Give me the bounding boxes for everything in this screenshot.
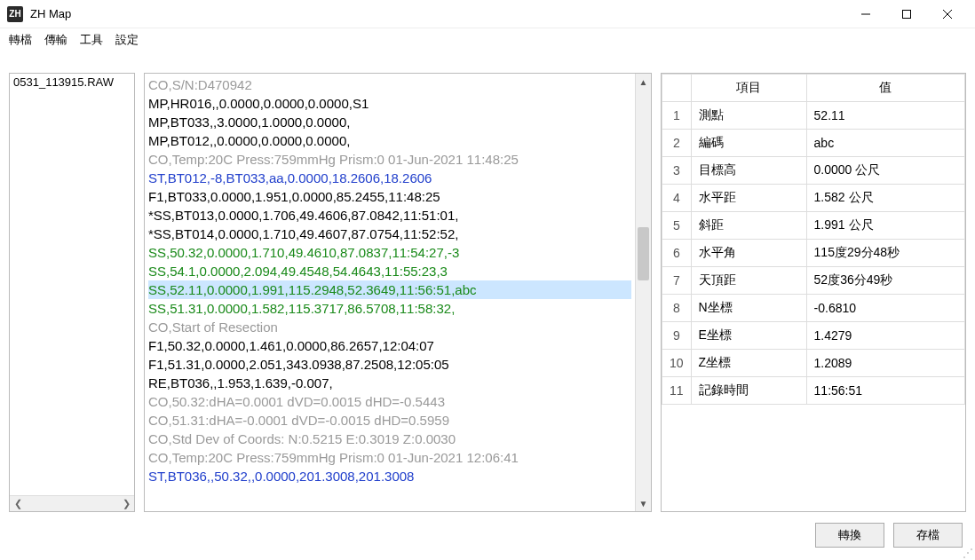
log-panel: CO,S/N:D470942MP,HR016,,0.0000,0.0000,0.…	[144, 73, 652, 512]
row-index: 6	[662, 240, 692, 267]
svg-rect-1	[903, 10, 911, 18]
resize-grip[interactable]: ⋰	[963, 548, 973, 558]
row-index: 7	[662, 267, 692, 295]
row-index: 2	[662, 130, 692, 157]
table-row[interactable]: 1測點52.11	[662, 102, 965, 130]
row-key: 水平角	[691, 240, 806, 267]
log-list[interactable]: CO,S/N:D470942MP,HR016,,0.0000,0.0000,0.…	[145, 74, 635, 511]
close-button[interactable]	[927, 0, 968, 28]
row-key: 水平距	[691, 185, 806, 212]
log-line[interactable]: SS,50.32,0.0000,1.710,49.4610,87.0837,11…	[148, 243, 631, 262]
row-index: 8	[662, 295, 692, 322]
menubar: 轉檔 傳輸 工具 設定	[0, 28, 975, 51]
table-row[interactable]: 7天頂距52度36分49秒	[662, 267, 965, 295]
window-title: ZH Map	[30, 7, 71, 20]
table-row[interactable]: 9E坐標1.4279	[662, 322, 965, 350]
log-line[interactable]: MP,BT012,,0.0000,0.0000,0.0000,	[148, 131, 631, 150]
convert-button[interactable]: 轉換	[815, 523, 884, 548]
minimize-button[interactable]	[845, 0, 886, 28]
details-header-value: 值	[806, 75, 964, 102]
log-line[interactable]: CO,S/N:D470942	[148, 75, 631, 94]
log-line[interactable]: MP,HR016,,0.0000,0.0000,0.0000,S1	[148, 94, 631, 113]
row-index: 5	[662, 212, 692, 240]
row-value: 1.991 公尺	[806, 212, 964, 240]
log-line[interactable]: CO,50.32:dHA=0.0001 dVD=0.0015 dHD=-0.54…	[148, 392, 631, 411]
row-value: 1.4279	[806, 322, 964, 350]
table-row[interactable]: 4水平距1.582 公尺	[662, 185, 965, 212]
titlebar: ZH ZH Map	[0, 0, 975, 28]
log-line[interactable]: ST,BT012,-8,BT033,aa,0.0000,18.2606,18.2…	[148, 169, 631, 187]
table-row[interactable]: 2編碼abc	[662, 130, 965, 157]
close-icon	[943, 10, 952, 19]
row-index: 10	[662, 350, 692, 377]
log-line[interactable]: F1,51.31,0.0000,2.051,343.0938,87.2508,1…	[148, 355, 631, 374]
details-panel: 項目 值 1測點52.112編碼abc3目標高0.0000 公尺4水平距1.58…	[661, 73, 966, 512]
file-list-hscrollbar[interactable]: ❮ ❯	[10, 495, 134, 511]
log-line[interactable]: CO,Std Dev of Coords: N:0.5215 E:0.3019 …	[148, 430, 631, 448]
row-key: N坐標	[691, 295, 806, 322]
table-row[interactable]: 5斜距1.991 公尺	[662, 212, 965, 240]
row-index: 1	[662, 102, 692, 130]
scroll-down-icon[interactable]: ▼	[636, 495, 651, 511]
row-key: 測點	[691, 102, 806, 130]
log-line[interactable]: SS,51.31,0.0000,1.582,115.3717,86.5708,1…	[148, 299, 631, 318]
menu-tools[interactable]: 工具	[80, 32, 103, 48]
log-line[interactable]: CO,Temp:20C Press:759mmHg Prism:0 01-Jun…	[148, 448, 631, 467]
row-key: 記錄時間	[691, 377, 806, 405]
table-row[interactable]: 3目標高0.0000 公尺	[662, 157, 965, 185]
row-index: 9	[662, 322, 692, 350]
row-value: 52度36分49秒	[806, 267, 964, 295]
row-value: 115度29分48秒	[806, 240, 964, 267]
log-line[interactable]: *SS,BT013,0.0000,1.706,49.4606,87.0842,1…	[148, 206, 631, 225]
row-key: 天頂距	[691, 267, 806, 295]
row-index: 4	[662, 185, 692, 212]
file-list-panel: 0531_113915.RAW ❮ ❯	[9, 73, 135, 512]
menu-settings[interactable]: 設定	[115, 32, 139, 48]
log-line[interactable]: CO,51.31:dHA=-0.0001 dVD=-0.0015 dHD=0.5…	[148, 411, 631, 430]
maximize-icon	[902, 10, 911, 19]
maximize-button[interactable]	[886, 0, 927, 28]
table-row[interactable]: 6水平角115度29分48秒	[662, 240, 965, 267]
log-vscrollbar[interactable]: ▲ ▼	[635, 74, 651, 511]
app-icon: ZH	[7, 6, 23, 22]
scrollbar-thumb[interactable]	[638, 227, 649, 280]
window-controls	[845, 0, 968, 28]
log-line[interactable]: SS,54.1,0.0000,2.094,49.4548,54.4643,11:…	[148, 262, 631, 280]
table-row[interactable]: 10Z坐標1.2089	[662, 350, 965, 377]
log-line[interactable]: MP,BT033,,3.0000,1.0000,0.0000,	[148, 113, 631, 131]
log-line[interactable]: RE,BT036,,1.953,1.639,-0.007,	[148, 374, 631, 392]
log-line[interactable]: ST,BT036,,50.32,,0.0000,201.3008,201.300…	[148, 467, 631, 485]
row-key: Z坐標	[691, 350, 806, 377]
row-value: -0.6810	[806, 295, 964, 322]
details-table: 項目 值 1測點52.112編碼abc3目標高0.0000 公尺4水平距1.58…	[662, 74, 965, 405]
row-value: 0.0000 公尺	[806, 157, 964, 185]
minimize-icon	[861, 10, 870, 19]
row-value: 1.582 公尺	[806, 185, 964, 212]
table-row[interactable]: 8N坐標-0.6810	[662, 295, 965, 322]
log-line[interactable]: CO,Start of Resection	[148, 318, 631, 336]
scroll-left-icon[interactable]: ❮	[12, 498, 24, 509]
scroll-up-icon[interactable]: ▲	[636, 74, 651, 90]
scroll-right-icon[interactable]: ❯	[120, 498, 132, 509]
row-value: 11:56:51	[806, 377, 964, 405]
details-header-index	[662, 75, 692, 102]
row-key: 編碼	[691, 130, 806, 157]
file-item[interactable]: 0531_113915.RAW	[10, 74, 134, 91]
row-value: abc	[806, 130, 964, 157]
log-line[interactable]: SS,52.11,0.0000,1.991,115.2948,52.3649,1…	[148, 280, 631, 299]
row-index: 11	[662, 377, 692, 405]
menu-transfer[interactable]: 傳輸	[44, 32, 67, 48]
row-value: 52.11	[806, 102, 964, 130]
details-header-item: 項目	[691, 75, 806, 102]
log-line[interactable]: F1,BT033,0.0000,1.951,0.0000,85.2455,11:…	[148, 187, 631, 206]
table-row[interactable]: 11記錄時間11:56:51	[662, 377, 965, 405]
file-list[interactable]: 0531_113915.RAW	[10, 74, 134, 495]
button-row: 轉換 存檔	[815, 523, 963, 548]
menu-convert[interactable]: 轉檔	[9, 32, 32, 48]
save-button[interactable]: 存檔	[893, 523, 963, 548]
log-line[interactable]: CO,Temp:20C Press:759mmHg Prism:0 01-Jun…	[148, 150, 631, 169]
row-key: 目標高	[691, 157, 806, 185]
row-key: 斜距	[691, 212, 806, 240]
log-line[interactable]: F1,50.32,0.0000,1.461,0.0000,86.2657,12:…	[148, 336, 631, 355]
log-line[interactable]: *SS,BT014,0.0000,1.710,49.4607,87.0754,1…	[148, 225, 631, 243]
